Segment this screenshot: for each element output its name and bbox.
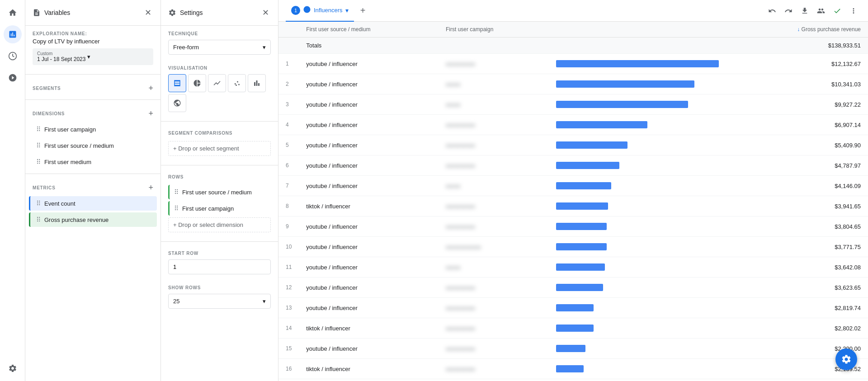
svg-point-1 [235, 83, 236, 85]
nav-settings-icon[interactable] [4, 359, 22, 377]
row-revenue: $3,771.75 [730, 237, 868, 257]
dimension-item-medium[interactable]: ⠿ First user medium [29, 155, 157, 169]
table-row: 14 tiktok / influencer xxxxxxxxxx $2,802… [278, 318, 868, 339]
undo-btn[interactable] [765, 4, 779, 18]
show-rows-select[interactable]: 25 ▾ [168, 294, 271, 309]
col-campaign-header[interactable]: First user campaign [439, 22, 549, 38]
table-row: 8 tiktok / influencer xxxxxxxxxx $3,941.… [278, 196, 868, 216]
add-segment-btn[interactable]: + [148, 84, 153, 93]
row-num: 5 [278, 135, 299, 155]
table-header-row: First user source / medium First user ca… [278, 22, 868, 38]
settings-panel-close[interactable]: ✕ [260, 7, 271, 18]
row-num: 10 [278, 237, 299, 257]
drop-dimension-btn[interactable]: + Drop or select dimension [168, 217, 271, 232]
dimension-item-source-medium[interactable]: ⠿ First user source / medium [29, 138, 157, 153]
tab-influencers[interactable]: 1 Influencers ▾ [286, 0, 354, 22]
tab-badge: 1 [291, 6, 300, 15]
date-range-picker[interactable]: Custom 1 Jul - 18 Sept 2023 ▾ [33, 48, 153, 65]
settings-icon [168, 9, 176, 17]
technique-select[interactable]: Free-form ▾ [168, 40, 271, 55]
variables-panel-header: Variables ✕ [25, 0, 160, 26]
variables-panel: Variables ✕ EXPLORATION NAME: Copy of LT… [25, 0, 161, 381]
nav-home-icon[interactable] [4, 4, 22, 22]
vis-btn-line[interactable] [208, 74, 226, 92]
table-row: 4 youtube / influencer xxxxxxxxxx $6,907… [278, 115, 868, 135]
row-bar [549, 155, 730, 176]
divider-4 [161, 121, 278, 122]
row-campaign: xxxxx [439, 94, 549, 115]
row-revenue: $10,341.03 [730, 74, 868, 94]
metric-item-gross-revenue[interactable]: ⠿ Gross purchase revenue [29, 212, 157, 227]
row-campaign: xxxxxxxxxx [439, 298, 549, 318]
drop-segment-btn[interactable]: + Drop or select segment [168, 141, 271, 156]
drag-icon-row-2: ⠿ [174, 205, 179, 212]
table-row: 11 youtube / influencer xxxxx $3,642.08 [278, 257, 868, 278]
add-metric-btn[interactable]: + [148, 183, 153, 193]
row-bar [549, 318, 730, 339]
row-num: 1 [278, 54, 299, 74]
show-rows-chevron-icon: ▾ [263, 298, 266, 305]
table-row: 3 youtube / influencer xxxxx $9,927.22 [278, 94, 868, 115]
drag-icon-3: ⠿ [36, 158, 41, 165]
row-bar [549, 74, 730, 94]
col-revenue-header[interactable]: ↓ Gross purchase revenue [730, 22, 868, 38]
drag-icon-4: ⠿ [36, 200, 41, 207]
row-source: youtube / influencer [299, 339, 439, 359]
redo-btn[interactable] [781, 4, 796, 18]
vis-btn-scatter[interactable] [228, 74, 246, 92]
vis-btn-table[interactable] [168, 74, 186, 92]
row-source: youtube / influencer [299, 155, 439, 176]
vis-btn-globe[interactable] [168, 94, 186, 112]
metric-item-event-count[interactable]: ⠿ Event count [29, 196, 157, 211]
date-value: 1 Jul - 18 Sept 2023 [37, 56, 85, 62]
divider-5 [161, 165, 278, 165]
row-bar [549, 176, 730, 196]
share-btn[interactable] [814, 4, 828, 18]
row-campaign: xxxxxxxxxx [439, 278, 549, 298]
nav-analytics-icon[interactable] [4, 47, 22, 65]
show-rows-label: SHOW ROWS [161, 280, 278, 292]
nav-chart-icon[interactable] [4, 25, 22, 43]
col-source-header[interactable]: First user source / medium [299, 22, 439, 38]
table-row: 16 tiktok / influencer xxxxxxxxxx $2,139… [278, 359, 868, 379]
totals-revenue: $138,933.51 [730, 38, 868, 54]
table-row: 7 youtube / influencer xxxxx $4,146.09 [278, 176, 868, 196]
vis-btn-pie[interactable] [188, 74, 206, 92]
dimension-label-2: First user source / medium [44, 142, 114, 149]
row-item-campaign[interactable]: ⠿ First user campaign [168, 201, 271, 216]
add-tab-btn[interactable]: + [356, 4, 370, 18]
totals-num [278, 38, 299, 54]
row-campaign: xxxxx [439, 257, 549, 278]
segments-section-header: SEGMENTS + [25, 78, 160, 96]
row-bar [549, 115, 730, 135]
check-btn[interactable] [830, 4, 844, 18]
row-campaign: xxxxx [439, 176, 549, 196]
technique-chevron-icon: ▾ [263, 44, 266, 51]
more-btn[interactable] [846, 4, 861, 18]
dimension-item-campaign[interactable]: ⠿ First user campaign [29, 122, 157, 136]
row-num: 9 [278, 216, 299, 237]
tab-actions [765, 4, 861, 18]
divider-3 [25, 174, 160, 174]
row-item-source-medium[interactable]: ⠿ First user source / medium [168, 185, 271, 199]
variables-panel-close[interactable]: ✕ [142, 7, 153, 18]
row-source: youtube / influencer [299, 135, 439, 155]
start-row-input[interactable] [168, 259, 271, 274]
settings-fab[interactable] [835, 348, 857, 370]
vis-btn-bar[interactable] [248, 74, 266, 92]
table-row: 10 youtube / influencer xxxxxxxxxxxx $3,… [278, 237, 868, 257]
row-revenue: $2,802.02 [730, 318, 868, 339]
row-num: 12 [278, 278, 299, 298]
row-num: 4 [278, 115, 299, 135]
row-revenue: $5,409.90 [730, 135, 868, 155]
visualisation-buttons [161, 72, 278, 118]
data-table-container[interactable]: First user source / medium First user ca… [278, 22, 868, 381]
add-dimension-btn[interactable]: + [148, 109, 153, 118]
row-campaign: xxxxxxxxxx [439, 359, 549, 379]
table-row: 5 youtube / influencer xxxxxxxxxx $5,409… [278, 135, 868, 155]
nav-target-icon[interactable] [4, 69, 22, 87]
settings-title-text: Settings [180, 9, 203, 16]
download-btn[interactable] [797, 4, 812, 18]
settings-panel: Settings ✕ TECHNIQUE Free-form ▾ VISUALI… [161, 0, 278, 381]
exploration-name-section: EXPLORATION NAME: Copy of LTV by influen… [25, 26, 160, 71]
